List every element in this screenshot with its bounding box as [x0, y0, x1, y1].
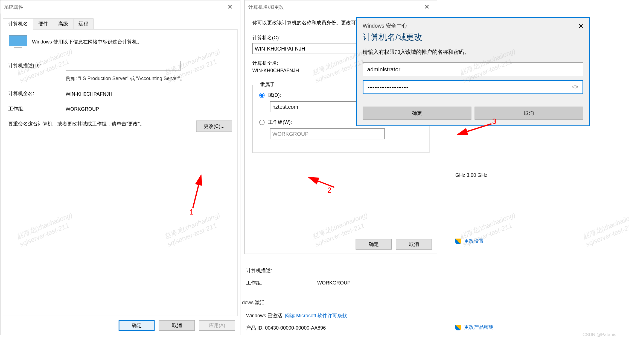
cancel-button[interactable]: 取消	[396, 239, 432, 250]
activation-section: dows 激活	[242, 299, 265, 306]
bg-workgroup-label: 工作组:	[246, 280, 316, 287]
workgroup-radio-label: 工作组(W):	[268, 119, 292, 126]
workgroup-radio[interactable]	[259, 120, 265, 125]
activation-status: Windows 已激活	[246, 313, 282, 319]
desc-example: 例如: "IIS Production Server" 或 "Accountin…	[66, 75, 232, 82]
shield-icon	[455, 239, 461, 244]
bg-desc-label: 计算机描述:	[246, 267, 272, 274]
dialog-title: 系统属性	[4, 4, 24, 11]
ghz-text: GHz 3.00 GHz	[455, 172, 487, 178]
cancel-button[interactable]: 取消	[475, 107, 584, 120]
tab-hardware[interactable]: 硬件	[33, 19, 53, 30]
tab-advanced[interactable]: 高级	[53, 19, 74, 30]
computer-icon	[8, 34, 28, 49]
member-of-legend: 隶属于	[258, 81, 277, 88]
change-button[interactable]: 更改(C)...	[196, 121, 232, 132]
credential-prompt: 请输入有权限加入该域的帐户的名称和密码。	[357, 47, 589, 62]
system-properties-dialog: 系统属性 ✕ 计算机名 硬件 高级 远程 Windows 使用以下信息在网络中标…	[0, 0, 240, 335]
domain-radio-label: 域(D):	[268, 92, 281, 99]
reveal-password-icon[interactable]	[572, 84, 578, 92]
ok-button[interactable]: 确定	[356, 239, 392, 250]
username-input[interactable]	[363, 62, 583, 76]
desc-input[interactable]	[66, 61, 180, 71]
product-id: 产品 ID: 00430-00000-00000-AA896	[246, 325, 326, 332]
credential-brand: Windows 安全中心	[363, 22, 407, 30]
desc-label: 计算机描述(D):	[8, 62, 66, 69]
rename-text: 要重命名这台计算机，或者更改其域或工作组，请单击"更改"。	[8, 121, 196, 132]
workgroup-input	[270, 128, 385, 140]
close-icon[interactable]: ✕	[420, 1, 434, 14]
change-product-key-link[interactable]: 更改产品密钥	[464, 324, 494, 330]
workgroup-label: 工作组:	[8, 105, 66, 113]
close-icon[interactable]: ✕	[223, 1, 237, 14]
apply-button: 应用(A)	[199, 320, 235, 331]
cancel-button[interactable]: 取消	[159, 320, 195, 331]
fullname-value: WIN-KH0CHPAFNJH	[66, 91, 232, 96]
workgroup-value: WORKGROUP	[66, 106, 232, 112]
titlebar[interactable]: 系统属性 ✕	[1, 1, 240, 14]
close-icon[interactable]: ✕	[578, 22, 584, 30]
fullname-label: 计算机全名:	[8, 90, 66, 97]
shield-icon	[455, 325, 461, 330]
credential-dialog: Windows 安全中心 ✕ 计算机名/域更改 请输入有权限加入该域的帐户的名称…	[356, 17, 590, 126]
svg-point-2	[574, 86, 576, 88]
password-input[interactable]	[363, 80, 583, 94]
credential-title: 计算机名/域更改	[357, 30, 589, 47]
intro-text: Windows 使用以下信息在网络中标识这台计算机。	[32, 38, 142, 45]
svg-rect-0	[9, 35, 27, 46]
bg-workgroup-value: WORKGROUP	[317, 280, 351, 286]
csdn-watermark: CSDN @Patanis	[583, 332, 616, 337]
license-terms-link[interactable]: 阅读 Microsoft 软件许可条款	[285, 313, 347, 319]
ok-button[interactable]: 确定	[119, 320, 155, 331]
titlebar[interactable]: 计算机名/域更改 ✕	[245, 1, 437, 14]
tab-computer-name[interactable]: 计算机名	[3, 19, 33, 30]
domain-radio[interactable]	[259, 93, 265, 98]
tab-panel: Windows 使用以下信息在网络中标识这台计算机。 计算机描述(D): 例如:…	[3, 29, 238, 316]
change-settings-link[interactable]: 更改设置	[464, 238, 484, 244]
tab-remote[interactable]: 远程	[73, 19, 94, 30]
svg-rect-1	[14, 47, 22, 48]
ok-button[interactable]: 确定	[363, 107, 471, 120]
dialog-title: 计算机名/域更改	[248, 4, 284, 11]
